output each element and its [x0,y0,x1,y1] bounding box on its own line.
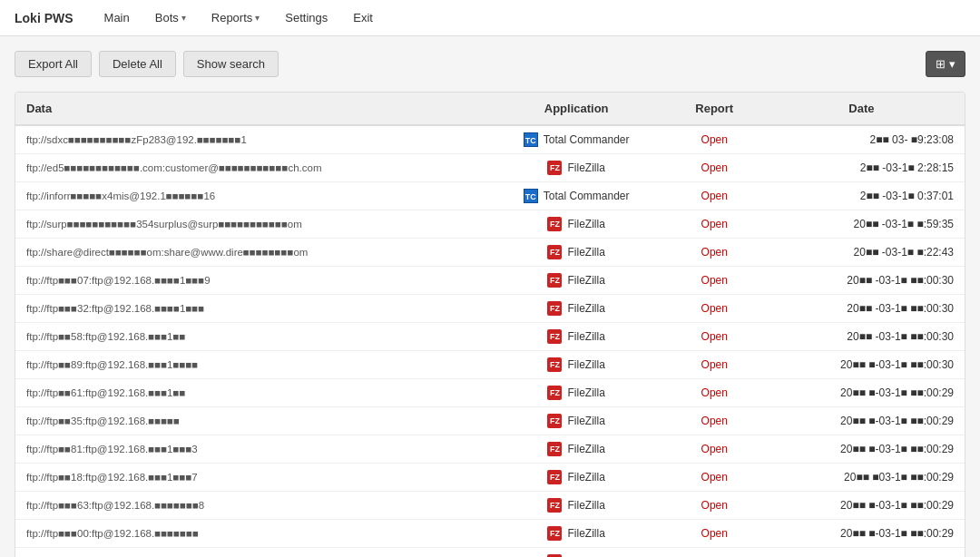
cell-application: FZFileZilla [483,492,671,520]
cell-date: 20■■ ■-03-1■ ■■:00:29 [759,435,965,464]
grid-icon: ⊞ [936,57,946,71]
cell-report[interactable]: Open [671,351,759,379]
app-icon: TC [524,189,538,203]
show-search-button[interactable]: Show search [183,51,279,77]
app-icon: FZ [547,161,562,175]
status-badge[interactable]: Open [701,415,728,427]
main-content: Export All Delete All Show search ⊞ ▾ Da… [0,36,980,557]
col-header-date: Date [759,93,965,125]
cell-report[interactable]: Open [671,323,759,351]
cell-date: 20■■ -03-1■ ■■:00:30 [759,295,965,323]
table-row[interactable]: ftp://ftp■■■32:ftp@192.168.■■■■1■■■FZFil… [15,295,965,323]
cell-report[interactable]: Open [671,407,759,435]
cell-data: ftp://sdxc■■■■■■■■■■zFp283@192.■■■■■■■1 [15,125,483,154]
table-row[interactable]: ftp://surp■■■■■■■■■■■354surplus@surp■■■■… [15,210,965,239]
cell-application: FZFileZilla [483,210,671,239]
cell-data: ftp://ftp■■89:ftp@192.168.■■■1■■■■ [15,351,483,379]
cell-application: FZFileZilla [483,323,671,351]
table-header-row: Data Application Report Date [15,93,965,125]
cell-report[interactable]: Open [671,182,759,210]
cell-data: ftp://ed5■■■■■■■■■■■■.com:customer@■■■■■… [15,154,483,182]
cell-report[interactable]: Open [671,295,759,323]
status-badge[interactable]: Open [701,133,728,146]
table-row[interactable]: ftp://ftp■■■07:ftp@192.168.■■■■1■■■9FZFi… [15,267,965,295]
table-row[interactable]: ftp://ftp■■61:ftp@192.168.■■■1■■FZFileZi… [15,379,965,407]
status-badge[interactable]: Open [701,161,728,174]
data-table-container: Data Application Report Date ftp://sdxc■… [15,92,965,557]
cell-data: ftp://ftp■■■33:ftp@192.168.■■■■■■ [15,548,483,558]
app-name: FileZilla [567,358,604,371]
app-name: FileZilla [567,246,604,259]
cell-application: FZFileZilla [483,351,671,379]
cell-report[interactable]: Open [671,520,759,548]
status-badge[interactable]: Open [701,190,728,202]
app-name: FileZilla [567,161,604,174]
status-badge[interactable]: Open [701,246,728,259]
cell-report[interactable]: Open [671,125,759,154]
cell-report[interactable]: Open [671,379,759,407]
table-row[interactable]: ftp://ftp■■58:ftp@192.168.■■■1■■FZFileZi… [15,323,965,351]
table-row[interactable]: ftp://ftp■■81:ftp@192.168.■■■1■■■3FZFile… [15,435,965,464]
table-row[interactable]: ftp://sdxc■■■■■■■■■■zFp283@192.■■■■■■■1T… [15,125,965,154]
status-badge[interactable]: Open [701,330,728,343]
cell-data: ftp://ftp■■■07:ftp@192.168.■■■■1■■■9 [15,267,483,295]
cell-date: 20■■ ■-03-1■ ■■:00:29 [759,379,965,407]
table-row[interactable]: ftp://ftp■■18:ftp@192.168.■■■1■■■7FZFile… [15,464,965,492]
status-badge[interactable]: Open [701,499,728,512]
nav-main[interactable]: Main [101,11,133,24]
cell-application: TCTotal Commander [483,125,671,154]
app-icon: FZ [547,217,562,231]
nav-bots[interactable]: Bots ▾ [152,11,190,24]
status-badge[interactable]: Open [701,471,728,484]
cell-application: FZFileZilla [483,154,671,182]
cell-report[interactable]: Open [671,154,759,182]
app-icon: FZ [547,470,562,484]
nav-exit[interactable]: Exit [349,11,377,24]
app-icon: FZ [547,442,562,456]
cell-report[interactable]: Open [671,435,759,464]
table-row[interactable]: ftp://ed5■■■■■■■■■■■■.com:customer@■■■■■… [15,154,965,182]
cell-data: ftp://ftp■■61:ftp@192.168.■■■1■■ [15,379,483,407]
cell-application: FZFileZilla [483,435,671,464]
app-name: FileZilla [567,386,604,399]
cell-report[interactable]: Open [671,210,759,239]
cell-report[interactable]: Open [671,464,759,492]
cell-data: ftp://share@direct■■■■■■om:share@www.dir… [15,239,483,267]
table-row[interactable]: ftp://inforr■■■■■x4mis@192.1■■■■■■16TCTo… [15,182,965,210]
app-name: FileZilla [567,527,604,540]
status-badge[interactable]: Open [701,302,728,315]
app-icon: FZ [547,498,562,513]
status-badge[interactable]: Open [701,443,728,455]
table-row[interactable]: ftp://ftp■■■33:ftp@192.168.■■■■■■FZFileZ… [15,548,965,558]
nav-reports[interactable]: Reports ▾ [208,11,264,24]
nav-settings[interactable]: Settings [281,11,331,24]
app-icon: FZ [547,526,562,541]
delete-all-button[interactable]: Delete All [99,51,176,77]
cell-date: 20■■ -03-1■ ■■:00:30 [759,323,965,351]
cell-report[interactable]: Open [671,267,759,295]
cell-date: 20■■ ■-03-1■ ■■:00:29 [759,492,965,520]
cell-report[interactable]: Open [671,239,759,267]
status-badge[interactable]: Open [701,218,728,230]
cell-date: 20■■ ■03-1■ ■■:00:29 [759,464,965,492]
cell-application: FZFileZilla [483,295,671,323]
cell-data: ftp://inforr■■■■■x4mis@192.1■■■■■■16 [15,182,483,210]
status-badge[interactable]: Open [701,358,728,371]
navbar: Loki PWS Main Bots ▾ Reports ▾ Settings … [0,0,980,36]
export-all-button[interactable]: Export All [15,51,92,77]
status-badge[interactable]: Open [701,274,728,287]
status-badge[interactable]: Open [701,386,728,399]
table-row[interactable]: ftp://ftp■■■00:ftp@192.168.■■■■■■■FZFile… [15,520,965,548]
grid-view-button[interactable]: ⊞ ▾ [926,51,965,77]
table-row[interactable]: ftp://ftp■■■63:ftp@192.168.■■■■■■■8FZFil… [15,492,965,520]
table-row[interactable]: ftp://ftp■■35:ftp@192.168.■■■■■FZFileZil… [15,407,965,435]
cell-data: ftp://ftp■■81:ftp@192.168.■■■1■■■3 [15,435,483,464]
cell-data: ftp://ftp■■■32:ftp@192.168.■■■■1■■■ [15,295,483,323]
table-row[interactable]: ftp://share@direct■■■■■■om:share@www.dir… [15,239,965,267]
status-badge[interactable]: Open [701,527,728,540]
table-row[interactable]: ftp://ftp■■89:ftp@192.168.■■■1■■■■FZFile… [15,351,965,379]
cell-report[interactable]: Open [671,492,759,520]
grid-dropdown-arrow: ▾ [949,57,956,71]
cell-report[interactable]: Open [671,548,759,558]
cell-data: ftp://ftp■■18:ftp@192.168.■■■1■■■7 [15,464,483,492]
